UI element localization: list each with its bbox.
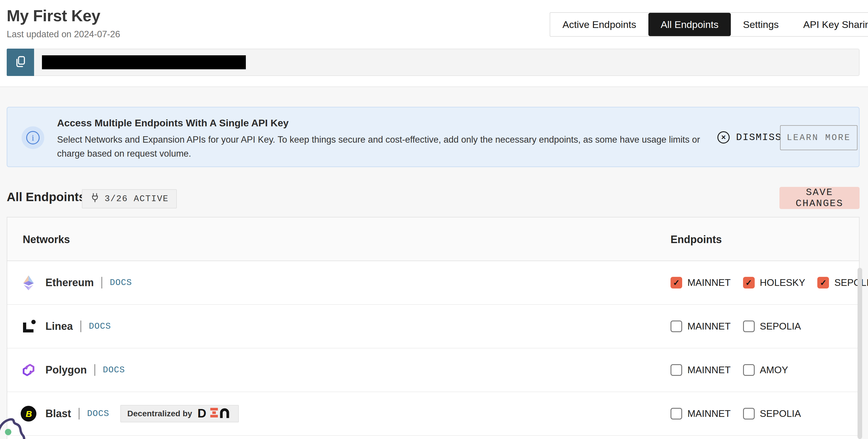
plug-icon [90,193,100,205]
active-count-badge: 3/26 ACTIVE [82,189,177,208]
separator [81,320,81,332]
checkbox-checked[interactable] [671,277,682,289]
endpoints-table: Networks Endpoints Ethereum DOCS MAINNET… [7,217,860,439]
endpoint-label: SEPOLIA [760,408,801,419]
endpoint-tabs: Active Endpoints All Endpoints Settings … [550,12,868,37]
page-header: My First Key Last updated on 2024-07-26 [7,6,120,40]
banner-text-block: Access Multiple Endpoints With A Single … [57,117,721,161]
endpoint-label: MAINNET [687,365,731,375]
banner-title: Access Multiple Endpoints With A Single … [57,117,721,129]
tab-active-endpoints[interactable]: Active Endpoints [550,13,648,36]
active-count-label: 3/26 ACTIVE [104,194,169,204]
last-updated-text: Last updated on 2024-07-26 [7,29,120,40]
polygon-icon [21,362,37,378]
column-header-networks: Networks [23,234,70,246]
endpoint-option-linea-mainnet[interactable]: MAINNET [671,320,731,332]
endpoint-option-blast-sepolia[interactable]: SEPOLIA [743,408,801,419]
endpoints-cell-linea: MAINNETSEPOLIA [671,305,801,348]
vertical-scrollbar-thumb[interactable] [858,268,862,439]
svg-text:D: D [197,406,206,420]
endpoint-option-blast-mainnet[interactable]: MAINNET [671,408,731,419]
page-title: My First Key [7,6,120,25]
network-name: Ethereum [45,276,94,289]
checkbox-checked[interactable] [817,277,829,289]
api-key-redacted-value [42,55,246,69]
dismiss-button[interactable]: DISMISS [717,131,782,143]
endpoint-label: MAINNET [687,408,731,419]
checkbox-unchecked[interactable] [671,320,682,332]
docs-link-linea[interactable]: DOCS [89,322,111,331]
info-circle-icon [22,126,44,149]
column-header-endpoints: Endpoints [671,234,722,246]
copy-icon [14,55,27,69]
widget-status-dot [5,429,11,435]
checkbox-unchecked[interactable] [671,364,682,376]
section-heading: All Endpoints [7,190,86,204]
endpoint-option-linea-sepolia[interactable]: SEPOLIA [743,320,801,332]
endpoint-label: HOLESKY [760,277,805,288]
table-row-linea: Linea DOCS MAINNETSEPOLIA [7,305,859,348]
table-row-ethereum: Ethereum DOCS MAINNETHOLESKYSEPOLIA [7,261,859,305]
copy-api-key-button[interactable] [7,48,34,76]
info-banner: Access Multiple Endpoints With A Single … [7,107,860,167]
checkbox-unchecked[interactable] [743,320,755,332]
header-divider [0,87,868,87]
tab-api-key-sharing[interactable]: API Key Sharing [791,13,868,36]
separator [94,364,95,376]
table-header-row: Networks Endpoints [7,217,859,261]
separator [101,277,102,289]
widget-outline [0,419,24,439]
endpoint-label: MAINNET [687,277,731,288]
checkbox-unchecked[interactable] [743,408,755,419]
banner-body: Select Networks and Expansion APIs for y… [57,133,721,161]
docs-link-polygon[interactable]: DOCS [103,365,125,375]
learn-more-button[interactable]: LEARN MORE [780,125,858,150]
table-row-polygon: Polygon DOCS MAINNETAMOY [7,348,859,392]
ethereum-icon [21,274,37,291]
api-key-bar [7,48,860,76]
tab-settings[interactable]: Settings [731,13,791,36]
tab-all-endpoints[interactable]: All Endpoints [648,13,731,36]
api-key-field[interactable] [34,48,860,76]
endpoint-option-polygon-mainnet[interactable]: MAINNET [671,364,731,376]
partner-badge-text: Decentralized by [127,409,192,418]
separator [79,408,80,419]
table-row-blast: B Blast DOCS Decentralized by D MAINNETS… [7,392,859,436]
din-logo: D [197,406,232,421]
endpoint-option-polygon-amoy[interactable]: AMOY [743,364,788,376]
endpoint-option-ethereum-mainnet[interactable]: MAINNET [671,277,731,289]
linea-icon [21,318,37,335]
network-name: Linea [45,320,73,333]
endpoint-label: SEPOLIA [834,277,868,288]
endpoint-label: MAINNET [687,321,731,332]
docs-link-blast[interactable]: DOCS [87,409,109,418]
x-circle-icon [717,131,730,143]
endpoints-cell-blast: MAINNETSEPOLIA [671,392,801,435]
checkbox-unchecked[interactable] [671,408,682,419]
save-changes-button[interactable]: SAVE CHANGES [779,187,860,209]
network-name: Polygon [45,364,87,376]
docs-link-ethereum[interactable]: DOCS [110,278,132,288]
dismiss-label: DISMISS [736,132,782,143]
endpoint-label: SEPOLIA [760,321,801,332]
endpoint-label: AMOY [760,365,788,375]
endpoints-cell-ethereum: MAINNETHOLESKYSEPOLIA [671,261,868,304]
checkbox-checked[interactable] [743,277,755,289]
endpoint-option-ethereum-holesky[interactable]: HOLESKY [743,277,805,289]
chat-widget-partial[interactable] [0,403,50,439]
checkbox-unchecked[interactable] [743,364,755,376]
endpoints-cell-polygon: MAINNETAMOY [671,348,788,392]
decentralized-by-din-badge: Decentralized by D [120,405,239,423]
